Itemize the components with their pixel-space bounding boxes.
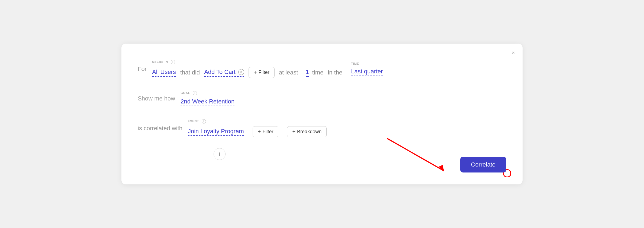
filter-plus-icon-2: + xyxy=(258,129,261,135)
all-users-link[interactable]: All Users xyxy=(152,69,176,77)
users-in-info-icon[interactable]: i xyxy=(171,60,175,64)
users-in-group: USERS IN i All Users that did Add To Car… xyxy=(152,60,347,78)
breakdown-button[interactable]: + Breakdown xyxy=(287,126,327,137)
filter-button-row3[interactable]: + Filter xyxy=(253,126,279,137)
goal-link[interactable]: 2nd Week Retention xyxy=(181,98,234,106)
goal-group: GOAL i 2nd Week Retention xyxy=(181,91,239,106)
time-text: time xyxy=(312,69,324,76)
in-the-text: in the xyxy=(328,69,342,76)
modal-container: × For USERS IN i All Users that did Add … xyxy=(121,44,523,184)
breakdown-plus-icon: + xyxy=(292,129,295,135)
event-close-icon[interactable]: × xyxy=(238,69,244,75)
event-name-link[interactable]: Join Loyalty Program xyxy=(188,128,244,136)
event-group: EVENT i Join Loyalty Program + Filter + … xyxy=(188,119,331,137)
filter-plus-icon: + xyxy=(254,69,257,76)
at-least-text: at least xyxy=(279,69,298,76)
event-row: is correlated with EVENT i Join Loyalty … xyxy=(138,119,506,137)
time-group: TIME Last quarter xyxy=(351,62,387,76)
svg-marker-1 xyxy=(439,165,444,171)
time-section-label: TIME xyxy=(351,62,387,65)
show-me-how-label: Show me how xyxy=(138,95,175,102)
time-period-link[interactable]: Last quarter xyxy=(351,68,383,76)
add-to-cart-link[interactable]: Add To Cart × xyxy=(204,69,244,77)
add-circle-button[interactable]: + xyxy=(214,148,226,160)
event-info-icon[interactable]: i xyxy=(202,119,206,123)
for-label: For xyxy=(138,66,147,73)
filter-button-row1[interactable]: + Filter xyxy=(249,67,275,78)
goal-info-icon[interactable]: i xyxy=(193,91,197,95)
is-correlated-label: is correlated with xyxy=(138,125,182,132)
event-section-label: EVENT i xyxy=(188,119,331,123)
correlate-button[interactable]: Correlate xyxy=(460,157,506,172)
that-did-text: that did xyxy=(180,69,200,76)
close-button[interactable]: × xyxy=(512,50,515,56)
users-in-section-label: USERS IN i xyxy=(152,60,347,64)
goal-row: Show me how GOAL i 2nd Week Retention xyxy=(138,91,506,106)
count-value[interactable]: 1 xyxy=(306,69,309,77)
goal-section-label: GOAL i xyxy=(181,91,239,95)
users-in-row: For USERS IN i All Users that did Add To… xyxy=(138,60,506,78)
